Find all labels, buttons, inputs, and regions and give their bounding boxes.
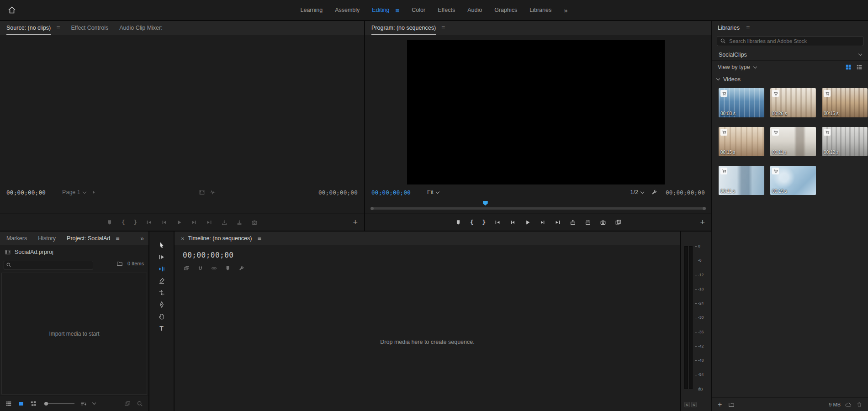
insert-icon[interactable]: [221, 219, 228, 226]
videos-section-header[interactable]: Videos: [712, 74, 868, 85]
go-to-out-icon[interactable]: [206, 219, 212, 226]
new-library-folder-icon[interactable]: [728, 401, 735, 408]
close-panel-icon[interactable]: ×: [181, 232, 185, 245]
play-button[interactable]: [176, 219, 182, 226]
mark-in-icon[interactable]: {: [122, 219, 125, 225]
add-to-cart-icon[interactable]: [772, 129, 779, 136]
button-editor-add-icon[interactable]: +: [353, 218, 358, 227]
find-icon[interactable]: [137, 400, 143, 407]
go-to-in-icon[interactable]: [146, 219, 152, 226]
hand-tool[interactable]: [158, 313, 165, 320]
project-panel-menu-icon[interactable]: ≡: [116, 232, 119, 245]
add-to-cart-icon[interactable]: [720, 90, 727, 97]
snap-icon[interactable]: [197, 265, 203, 271]
workspace-overflow-icon[interactable]: »: [564, 7, 567, 14]
add-to-cart-icon[interactable]: [772, 168, 779, 174]
add-to-cart-icon[interactable]: [720, 129, 727, 136]
workspace-tab-editing[interactable]: Editing: [372, 7, 389, 13]
extract-icon[interactable]: [585, 219, 591, 226]
playback-resolution-select[interactable]: 1/2: [630, 189, 644, 195]
tab-timeline[interactable]: Timeline: (no sequences): [188, 232, 252, 245]
video-thumbnail[interactable]: 00:11 s: [770, 127, 816, 156]
step-back-icon[interactable]: [509, 219, 516, 226]
slip-tool[interactable]: [158, 289, 165, 296]
libraries-panel-menu-icon[interactable]: ≡: [746, 24, 750, 32]
linked-selection-icon[interactable]: [211, 265, 217, 271]
tab-audio-clip-mixer[interactable]: Audio Clip Mixer:: [119, 21, 162, 35]
project-media-area[interactable]: Import media to start: [1, 273, 147, 395]
zoom-scrollbar[interactable]: [371, 207, 705, 210]
go-to-in-icon[interactable]: [494, 219, 501, 226]
tab-markers[interactable]: Markers: [6, 232, 27, 245]
add-marker-icon[interactable]: [455, 219, 461, 226]
home-icon[interactable]: [7, 5, 16, 15]
program-mini-timeline[interactable]: [365, 200, 711, 212]
zoom-slider-knob[interactable]: [44, 402, 48, 406]
libraries-search-input[interactable]: [717, 36, 863, 46]
libraries-title[interactable]: Libraries: [718, 25, 740, 31]
chevron-down-icon[interactable]: [92, 401, 96, 405]
project-file-row[interactable]: SocialAd.prproj: [5, 249, 53, 255]
workspace-tab-learning[interactable]: Learning: [301, 7, 323, 13]
icon-view-icon[interactable]: [18, 400, 24, 407]
step-back-icon[interactable]: [161, 219, 167, 226]
tab-project[interactable]: Project: SocialAd: [67, 232, 110, 245]
pen-tool[interactable]: [158, 301, 165, 308]
settings-wrench-icon[interactable]: [651, 189, 657, 195]
add-content-icon[interactable]: +: [718, 401, 722, 408]
workspace-tab-assembly[interactable]: Assembly: [335, 7, 360, 13]
library-selector[interactable]: SocialClips: [712, 49, 868, 61]
program-panel-menu-icon[interactable]: ≡: [441, 21, 445, 35]
ripple-edit-tool[interactable]: [158, 265, 165, 273]
timeline-panel-menu-icon[interactable]: ≡: [257, 232, 261, 245]
list-view-icon[interactable]: [5, 400, 12, 407]
sort-icon[interactable]: [80, 400, 87, 407]
export-frame-icon[interactable]: [251, 219, 258, 226]
step-forward-icon[interactable]: [540, 219, 546, 226]
step-forward-icon[interactable]: [191, 219, 197, 226]
solo-right-button[interactable]: S: [691, 402, 697, 407]
source-panel-menu-icon[interactable]: ≡: [56, 21, 60, 35]
view-by-label[interactable]: View by type: [718, 64, 750, 70]
workspace-tab-effects[interactable]: Effects: [438, 7, 455, 13]
delete-icon[interactable]: [856, 401, 863, 408]
video-thumbnail[interactable]: 00:12 s: [822, 127, 868, 156]
mark-in-icon[interactable]: {: [470, 219, 474, 225]
workspace-tab-color[interactable]: Color: [412, 7, 425, 13]
tab-effect-controls[interactable]: Effect Controls: [71, 21, 108, 35]
razor-tool[interactable]: [158, 277, 165, 285]
add-to-cart-icon[interactable]: [772, 90, 779, 97]
overwrite-icon[interactable]: [236, 219, 243, 226]
add-to-cart-icon[interactable]: [824, 90, 831, 97]
tab-history[interactable]: History: [38, 232, 56, 245]
page-forward-icon[interactable]: [90, 189, 97, 195]
video-thumbnail[interactable]: 00:08 s: [719, 88, 764, 117]
nest-sequences-icon[interactable]: [184, 265, 190, 271]
video-thumbnail[interactable]: 00:11 s: [719, 166, 764, 195]
panel-overflow-icon[interactable]: »: [140, 232, 144, 245]
playhead-marker[interactable]: [483, 201, 488, 206]
add-to-cart-icon[interactable]: [720, 168, 727, 174]
timeline-settings-icon[interactable]: [238, 265, 244, 271]
mark-out-icon[interactable]: }: [134, 219, 138, 225]
workspace-menu-icon[interactable]: ≡: [396, 7, 400, 14]
tab-program[interactable]: Program: (no sequences): [371, 21, 436, 35]
project-search-input[interactable]: [4, 261, 93, 269]
play-button[interactable]: [524, 219, 531, 226]
fit-select[interactable]: Fit: [427, 189, 439, 195]
solo-left-button[interactable]: S: [684, 402, 690, 407]
automate-to-sequence-icon[interactable]: [124, 400, 131, 407]
video-thumbnail[interactable]: 00:19 s: [770, 166, 816, 195]
button-editor-add-icon[interactable]: +: [700, 218, 705, 227]
workspace-tab-libraries[interactable]: Libraries: [529, 7, 551, 13]
track-select-tool[interactable]: [158, 253, 165, 261]
workspace-tab-audio[interactable]: Audio: [467, 7, 482, 13]
cloud-sync-icon[interactable]: [845, 401, 852, 408]
freeform-view-icon[interactable]: [30, 400, 37, 407]
drag-audio-icon[interactable]: [210, 189, 216, 195]
video-thumbnail[interactable]: 00:15 s: [719, 127, 764, 156]
add-marker-icon[interactable]: [106, 219, 113, 226]
workspace-tab-graphics[interactable]: Graphics: [494, 7, 517, 13]
open-bin-icon[interactable]: [116, 260, 123, 267]
page-selector[interactable]: Page 1: [62, 189, 86, 195]
